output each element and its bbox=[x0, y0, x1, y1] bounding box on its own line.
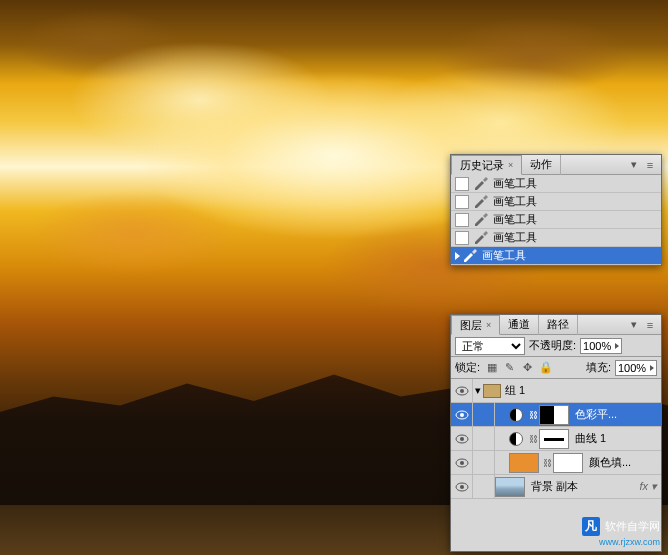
history-item-label: 画笔工具 bbox=[493, 194, 537, 209]
adjustment-icon bbox=[509, 432, 523, 446]
opacity-label: 不透明度: bbox=[529, 338, 576, 353]
history-item-label: 画笔工具 bbox=[493, 212, 537, 227]
history-item[interactable]: 画笔工具 bbox=[451, 211, 661, 229]
lock-transparency-icon[interactable]: ▦ bbox=[484, 360, 499, 375]
blend-mode-select[interactable]: 正常 bbox=[455, 337, 525, 355]
mask-link-icon[interactable]: ⛓ bbox=[541, 458, 553, 468]
tab-paths[interactable]: 路径 bbox=[539, 315, 578, 335]
tab-close-icon[interactable]: × bbox=[486, 320, 491, 330]
tab-paths-label: 路径 bbox=[547, 317, 569, 332]
visibility-toggle[interactable] bbox=[451, 451, 473, 475]
layer-color-fill[interactable]: ⛓ 颜色填... bbox=[451, 451, 661, 475]
tab-actions-label: 动作 bbox=[530, 157, 552, 172]
lock-pixels-icon[interactable]: ✎ bbox=[502, 360, 517, 375]
history-snapshot-icon bbox=[455, 195, 469, 209]
dropdown-arrow-icon bbox=[650, 365, 654, 371]
svg-point-3 bbox=[460, 413, 464, 417]
watermark-url: www.rjzxw.com bbox=[599, 537, 660, 547]
layer-status-cell bbox=[473, 427, 495, 451]
history-item[interactable]: 画笔工具 bbox=[451, 193, 661, 211]
brush-icon bbox=[473, 177, 489, 191]
layer-fx-icon[interactable]: fx ▾ bbox=[639, 480, 657, 493]
folder-icon bbox=[483, 384, 501, 398]
layer-thumbnail[interactable] bbox=[509, 453, 539, 473]
visibility-toggle[interactable] bbox=[451, 427, 473, 451]
opacity-field[interactable]: 100% bbox=[580, 338, 622, 354]
layer-name: 背景 副本 bbox=[531, 479, 578, 494]
history-current-icon bbox=[455, 252, 460, 260]
history-snapshot-icon bbox=[455, 177, 469, 191]
opacity-value: 100% bbox=[583, 340, 611, 352]
layer-group[interactable]: ▾ 组 1 bbox=[451, 379, 661, 403]
tab-close-icon[interactable]: × bbox=[508, 160, 513, 170]
adjustment-icon bbox=[509, 408, 523, 422]
tab-channels-label: 通道 bbox=[508, 317, 530, 332]
layer-status-cell bbox=[473, 403, 495, 427]
mask-link-icon[interactable]: ⛓ bbox=[527, 434, 539, 444]
panel-minimize-icon[interactable]: ▾ bbox=[627, 318, 641, 332]
history-panel: 历史记录 × 动作 ▾ ≡ 画笔工具 画笔工具 画笔工具 画 bbox=[450, 154, 662, 266]
layer-name: 曲线 1 bbox=[575, 431, 606, 446]
tab-actions[interactable]: 动作 bbox=[522, 155, 561, 175]
layer-curves[interactable]: ⛓ 曲线 1 bbox=[451, 427, 661, 451]
watermark-logo: 凡 bbox=[582, 517, 600, 536]
brush-icon bbox=[462, 249, 478, 263]
history-panel-header: 历史记录 × 动作 ▾ ≡ bbox=[451, 155, 661, 175]
history-item-current[interactable]: 画笔工具 bbox=[451, 247, 661, 265]
layer-mask-thumbnail[interactable] bbox=[539, 405, 569, 425]
tab-channels[interactable]: 通道 bbox=[500, 315, 539, 335]
panel-menu-icon[interactable]: ≡ bbox=[643, 318, 657, 332]
layer-color-balance[interactable]: ⛓ 色彩平... bbox=[451, 403, 661, 427]
history-item[interactable]: 画笔工具 bbox=[451, 229, 661, 247]
tab-layers-label: 图层 bbox=[460, 318, 482, 333]
panel-menu-icon[interactable]: ≡ bbox=[643, 158, 657, 172]
history-item-label: 画笔工具 bbox=[493, 230, 537, 245]
fill-label: 填充: bbox=[586, 360, 611, 375]
watermark-brand: 软件自学网 bbox=[605, 519, 660, 534]
layer-name: 颜色填... bbox=[589, 455, 631, 470]
watermark: 凡 软件自学网 www.rjzxw.com bbox=[582, 517, 660, 547]
history-item[interactable]: 画笔工具 bbox=[451, 175, 661, 193]
layers-lock-row: 锁定: ▦ ✎ ✥ 🔒 填充: 100% bbox=[451, 357, 661, 379]
layers-options-row: 正常 不透明度: 100% bbox=[451, 335, 661, 357]
svg-point-1 bbox=[460, 389, 464, 393]
layers-panel-header: 图层 × 通道 路径 ▾ ≡ bbox=[451, 315, 661, 335]
fill-field[interactable]: 100% bbox=[615, 360, 657, 376]
tab-history-label: 历史记录 bbox=[460, 158, 504, 173]
layer-status-cell bbox=[473, 451, 495, 475]
tab-layers[interactable]: 图层 × bbox=[451, 315, 500, 335]
visibility-toggle[interactable] bbox=[451, 379, 473, 403]
history-item-label: 画笔工具 bbox=[482, 248, 526, 263]
layer-name: 组 1 bbox=[505, 383, 525, 398]
mask-link-icon[interactable]: ⛓ bbox=[527, 410, 539, 420]
group-twirl-icon[interactable]: ▾ bbox=[473, 384, 483, 397]
brush-icon bbox=[473, 231, 489, 245]
lock-position-icon[interactable]: ✥ bbox=[520, 360, 535, 375]
layer-mask-thumbnail[interactable] bbox=[539, 429, 569, 449]
tab-history[interactable]: 历史记录 × bbox=[451, 155, 522, 175]
svg-point-9 bbox=[460, 485, 464, 489]
panel-minimize-icon[interactable]: ▾ bbox=[627, 158, 641, 172]
dropdown-arrow-icon bbox=[615, 343, 619, 349]
layer-background-copy[interactable]: 背景 副本 fx ▾ bbox=[451, 475, 661, 499]
layer-mask-thumbnail[interactable] bbox=[553, 453, 583, 473]
layer-status-cell bbox=[473, 475, 495, 499]
lock-label: 锁定: bbox=[455, 360, 480, 375]
brush-icon bbox=[473, 213, 489, 227]
visibility-toggle[interactable] bbox=[451, 403, 473, 427]
fill-value: 100% bbox=[618, 362, 646, 374]
layer-thumbnail[interactable] bbox=[495, 477, 525, 497]
lock-all-icon[interactable]: 🔒 bbox=[538, 360, 553, 375]
visibility-toggle[interactable] bbox=[451, 475, 473, 499]
svg-point-7 bbox=[460, 461, 464, 465]
brush-icon bbox=[473, 195, 489, 209]
layer-name: 色彩平... bbox=[575, 407, 617, 422]
svg-point-5 bbox=[460, 437, 464, 441]
history-snapshot-icon bbox=[455, 213, 469, 227]
history-item-label: 画笔工具 bbox=[493, 176, 537, 191]
history-list: 画笔工具 画笔工具 画笔工具 画笔工具 画笔工具 bbox=[451, 175, 661, 265]
history-snapshot-icon bbox=[455, 231, 469, 245]
lock-icon-group: ▦ ✎ ✥ 🔒 bbox=[484, 360, 553, 375]
